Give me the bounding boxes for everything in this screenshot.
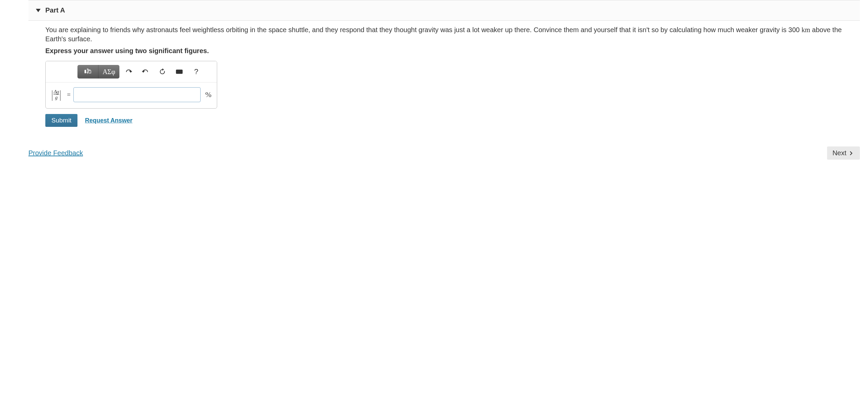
reset-button[interactable] bbox=[155, 65, 170, 78]
submit-button[interactable]: Submit bbox=[45, 114, 77, 127]
action-row: Submit Request Answer bbox=[45, 114, 860, 127]
templates-icon bbox=[84, 68, 92, 75]
provide-feedback-link[interactable]: Provide Feedback bbox=[28, 149, 83, 157]
reset-icon bbox=[159, 68, 166, 75]
symbols-label: ΑΣφ bbox=[102, 68, 115, 76]
symbols-button[interactable]: ΑΣφ bbox=[98, 65, 119, 78]
undo-button[interactable] bbox=[121, 65, 136, 78]
footer-row: Provide Feedback Next bbox=[28, 146, 860, 170]
svg-rect-1 bbox=[87, 69, 88, 70]
help-button[interactable]: ? bbox=[188, 65, 204, 78]
prompt-value: 300 bbox=[789, 26, 800, 33]
equation-toolbar: ΑΣφ bbox=[46, 61, 217, 83]
part-body: You are explaining to friends why astron… bbox=[28, 21, 860, 132]
redo-button[interactable] bbox=[138, 65, 153, 78]
svg-rect-2 bbox=[89, 71, 91, 73]
toolbar-button-group: ΑΣφ bbox=[77, 65, 119, 78]
next-button[interactable]: Next bbox=[827, 146, 860, 160]
chevron-right-icon bbox=[848, 150, 854, 156]
request-answer-link[interactable]: Request Answer bbox=[85, 117, 132, 124]
part-header[interactable]: Part A bbox=[28, 0, 860, 21]
svg-rect-3 bbox=[176, 70, 182, 74]
redo-icon bbox=[142, 68, 149, 75]
part-title: Part A bbox=[45, 6, 65, 14]
svg-rect-0 bbox=[84, 70, 86, 73]
prompt-unit: km bbox=[801, 26, 810, 33]
answer-instruction: Express your answer using two significan… bbox=[45, 47, 860, 55]
answer-input[interactable] bbox=[73, 87, 201, 102]
answer-lhs: | Δg g | bbox=[51, 89, 62, 100]
equals-sign: = bbox=[67, 91, 71, 98]
abs-bar-left: | bbox=[51, 89, 53, 100]
lhs-numerator: Δg bbox=[53, 89, 59, 95]
question-prompt: You are explaining to friends why astron… bbox=[45, 25, 860, 44]
answer-row: | Δg g | = % bbox=[46, 83, 217, 108]
undo-icon bbox=[125, 68, 132, 75]
content-scroll[interactable]: Part A You are explaining to friends why… bbox=[11, 0, 868, 412]
answer-unit: % bbox=[205, 90, 211, 99]
templates-button[interactable] bbox=[77, 65, 98, 78]
abs-bar-right: | bbox=[60, 89, 61, 100]
help-icon: ? bbox=[194, 67, 198, 76]
answer-box: ΑΣφ bbox=[45, 61, 217, 109]
caret-down-icon bbox=[36, 9, 41, 12]
keyboard-icon bbox=[176, 68, 183, 75]
lhs-denominator: g bbox=[55, 95, 58, 100]
next-label: Next bbox=[832, 149, 846, 157]
prompt-text-1: You are explaining to friends why astron… bbox=[45, 26, 789, 33]
keyboard-button[interactable] bbox=[172, 65, 187, 78]
